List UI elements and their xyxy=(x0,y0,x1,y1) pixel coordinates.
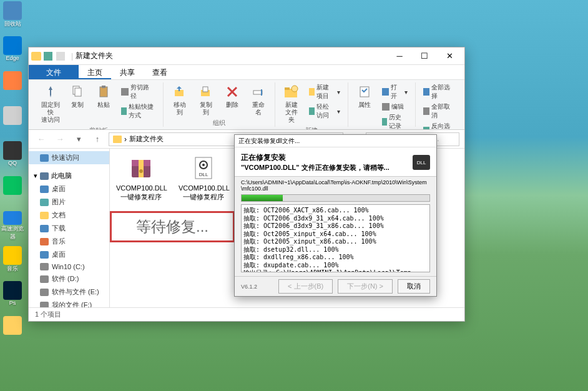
next-button[interactable]: 下一步(N) > xyxy=(338,279,393,294)
desktop-icon-browser[interactable]: 高速浏览器 xyxy=(1,211,24,241)
sidebar-item[interactable]: 音乐 xyxy=(29,235,109,248)
qat-new-icon[interactable] xyxy=(56,52,65,61)
maximize-button[interactable]: ☐ xyxy=(412,48,437,64)
annotation-label: 等待修复... xyxy=(110,211,235,242)
up-button[interactable]: ↑ xyxy=(90,132,105,147)
svg-point-11 xyxy=(292,86,298,92)
installer-dialog: 正在安装修复dll文件... 正在修复安装 "VCOMP100.DLL" 文件正… xyxy=(234,134,437,297)
tab-home[interactable]: 主页 xyxy=(79,65,111,79)
file-icon xyxy=(128,155,154,181)
moveto-button[interactable]: 移动到 xyxy=(169,82,191,117)
tab-view[interactable]: 查看 xyxy=(144,65,176,79)
back-button[interactable]: ← xyxy=(34,132,49,147)
cancel-button[interactable]: 取消 xyxy=(398,279,430,294)
separator: | xyxy=(71,52,73,61)
tab-file[interactable]: 文件 xyxy=(29,65,79,79)
back-button[interactable]: < 上一步(B) xyxy=(278,279,333,294)
drive-icon xyxy=(40,186,49,193)
file-item[interactable]: DLLVCOMP100.DLL一键修复程序 xyxy=(179,155,228,202)
sidebar-item[interactable]: 我的文件 (F:) xyxy=(29,299,109,307)
rename-button[interactable]: 重命名 xyxy=(247,82,270,117)
svg-rect-7 xyxy=(253,91,262,94)
desktop-icon-edge[interactable]: Edge xyxy=(1,36,24,66)
breadcrumb[interactable]: 新建文件夹 xyxy=(129,134,164,144)
ribbon-tabs: 文件 主页 共享 查看 xyxy=(29,65,464,80)
select-none-button[interactable]: 全部取消 xyxy=(421,102,455,121)
progress-bar xyxy=(241,194,430,202)
drive-icon xyxy=(40,289,49,296)
sidebar-item[interactable]: Win10 (C:) xyxy=(29,261,109,272)
file-item[interactable]: VCOMP100.DLL一键修复程序 xyxy=(116,155,166,202)
desktop-icon-ps[interactable]: Ps xyxy=(1,281,24,311)
pin-button[interactable]: 固定到快速访问 xyxy=(39,82,62,125)
item-count: 1 个项目 xyxy=(35,310,61,319)
new-folder-button[interactable]: 新建文件夹 xyxy=(280,82,303,125)
delete-button[interactable]: 删除 xyxy=(221,82,243,110)
properties-button[interactable]: 属性 xyxy=(353,82,376,110)
edit-button[interactable]: 编辑 xyxy=(380,102,410,112)
sidebar-this-pc[interactable]: ▾此电脑 xyxy=(29,169,109,182)
desktop-icon-qq[interactable]: QQ xyxy=(1,141,24,171)
qat-properties-icon[interactable] xyxy=(44,52,52,61)
desktop-icon-folder[interactable] xyxy=(1,316,24,346)
svg-point-16 xyxy=(139,169,143,173)
new-item-button[interactable]: 新建项目 ▾ xyxy=(306,82,342,101)
sidebar-item[interactable]: 桌面 xyxy=(29,248,109,261)
log-line: 抽取: Oct2005_xinput_x64.cab... 100% xyxy=(243,230,428,239)
svg-rect-1 xyxy=(75,88,81,96)
desktop-icon-app2[interactable] xyxy=(1,106,24,136)
history-button[interactable]: 历史记录 xyxy=(380,112,410,130)
tab-share[interactable]: 共享 xyxy=(111,65,144,79)
copyto-button[interactable]: 复制到 xyxy=(195,82,217,117)
svg-rect-6 xyxy=(203,87,208,92)
group-label: 组织 xyxy=(213,119,225,127)
svg-point-19 xyxy=(202,164,205,166)
drive-icon xyxy=(40,212,49,219)
log-line: 抽取: dxdllreg_x86.cab... 100% xyxy=(243,254,428,262)
svg-rect-15 xyxy=(139,160,144,177)
minimize-button[interactable]: ─ xyxy=(387,48,412,64)
easy-access-button[interactable]: 轻松访问 ▾ xyxy=(306,102,342,121)
installer-header: 正在修复安装 "VCOMP100.DLL" 文件正在修复安装，请稍等... DL… xyxy=(235,147,436,177)
sidebar-item[interactable]: 下载 xyxy=(29,222,109,235)
paste-button[interactable]: 粘贴 xyxy=(92,82,115,110)
ribbon-group-organize: 移动到 复制到 删除 重命名 组织 xyxy=(164,82,275,127)
desktop-icon-app1[interactable] xyxy=(1,71,24,101)
chevron-down-icon: ▾ xyxy=(34,172,37,180)
sidebar-item[interactable]: 桌面 xyxy=(29,182,109,195)
cut-button[interactable]: 剪切路径 xyxy=(119,82,158,101)
desktop-icon-wechat[interactable] xyxy=(1,176,24,206)
select-all-button[interactable]: 全部选择 xyxy=(421,82,455,101)
sidebar-item[interactable]: 软件 (D:) xyxy=(29,272,109,285)
select-invert-button[interactable]: 反向选择 xyxy=(421,121,455,130)
desktop-icon-recycle-bin[interactable]: 回收站 xyxy=(1,1,24,31)
log-line: 抽取: OCT2006_d3dx9_31_x64.cab... 100% xyxy=(243,215,428,223)
drive-icon xyxy=(40,225,49,232)
install-log[interactable]: 抽取: OCT2006_XACT_x86.cab... 100%抽取: OCT2… xyxy=(241,204,430,272)
folder-icon xyxy=(113,136,122,143)
svg-rect-10 xyxy=(285,87,290,90)
file-name: VCOMP100.DLL一键修复程序 xyxy=(116,184,166,202)
installer-title: 正在安装修复dll文件... xyxy=(235,135,436,147)
drive-icon xyxy=(40,251,49,259)
desktop-icons: 回收站EdgeQQ高速浏览器音乐Ps xyxy=(1,1,24,346)
drive-icon xyxy=(40,263,49,270)
sidebar-item[interactable]: 软件与文件 (E:) xyxy=(29,285,109,299)
forward-button[interactable]: → xyxy=(52,132,67,147)
drive-icon xyxy=(40,199,49,206)
sidebar-quick-access[interactable]: 快速访问 xyxy=(29,151,109,164)
close-button[interactable]: ✕ xyxy=(437,48,462,64)
open-button[interactable]: 打开 ▾ xyxy=(380,82,410,101)
sidebar-item[interactable]: 文档 xyxy=(29,209,109,222)
installer-subheading: "VCOMP100.DLL" 文件正在修复安装，请稍等... xyxy=(241,163,408,172)
desktop-icon-music[interactable]: 音乐 xyxy=(1,246,24,276)
dll-icon: DLL xyxy=(413,155,430,170)
recent-button[interactable]: ▾ xyxy=(71,132,86,147)
sidebar-item[interactable]: 图片 xyxy=(29,195,109,209)
version-label: V6.1.2 xyxy=(241,284,273,290)
log-line: 抽取: Oct2005_xinput_x86.cab... 100% xyxy=(243,238,428,246)
paste-shortcut-button[interactable]: 粘贴快捷方式 xyxy=(119,102,158,121)
star-icon xyxy=(40,154,49,162)
svg-text:DLL: DLL xyxy=(199,172,208,177)
copy-button[interactable]: 复制 xyxy=(66,82,89,110)
